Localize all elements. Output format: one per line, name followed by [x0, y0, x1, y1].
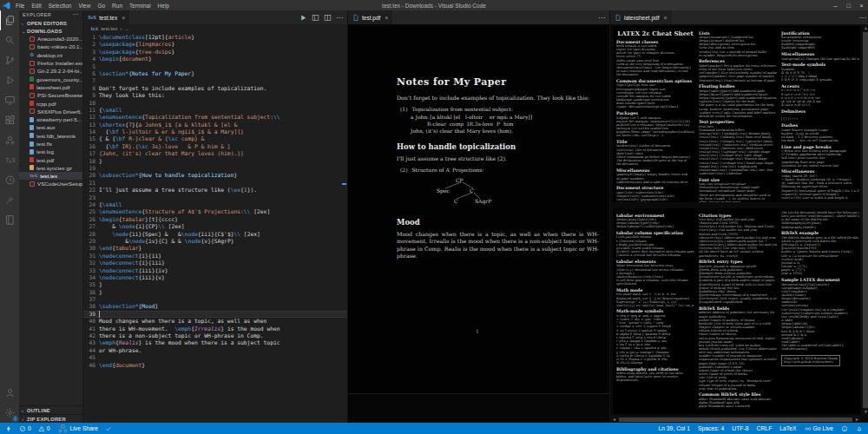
explorer-icon[interactable]: [0, 10, 20, 30]
line-number: 43: [83, 339, 99, 346]
code-line: 45: [83, 354, 347, 361]
outline-section[interactable]: › OUTLINE: [19, 405, 82, 414]
code-line: 20\subsection*{How to handle topicalizat…: [83, 172, 347, 179]
code-line: 29 &\node{iv}{C} & & \node{v}{SAgrP}: [83, 238, 347, 245]
zip-explorer-section[interactable]: › ZIP EXPLORER: [19, 414, 82, 423]
file-item[interactable]: SK6XPlus Driver6...: [19, 108, 82, 115]
file-item[interactable]: latexsheet.pdf: [19, 83, 82, 91]
tab-latexsheet-pdf[interactable]: latexsheet.pdf ×: [610, 10, 673, 24]
search-icon[interactable]: [0, 30, 19, 50]
maximize-icon[interactable]: □: [842, 3, 855, 9]
status-item-live-share[interactable]: Live Share: [57, 423, 99, 434]
file-item[interactable]: rcpp.pdf: [19, 99, 82, 107]
file-name: PSI-SecureBrowse...: [37, 92, 82, 98]
source-control-icon[interactable]: [0, 50, 19, 70]
status-item-0[interactable]: 0: [19, 425, 31, 432]
menu-item-help[interactable]: Help: [155, 3, 173, 9]
close-window-icon[interactable]: ×: [855, 3, 868, 9]
line-number: 10: [83, 100, 99, 107]
menu-item-go[interactable]: Go: [94, 3, 108, 9]
status-item-ln-39-col-1[interactable]: Ln 39, Col 1: [658, 425, 690, 431]
scrollbar-thumb[interactable]: [863, 32, 868, 408]
breadcrumb[interactable]: TeX test.tex › ...: [83, 24, 347, 33]
settings-gear-icon[interactable]: 1: [0, 403, 19, 423]
remote-preview-icon[interactable]: [0, 90, 19, 110]
status-item-crlf[interactable]: CRLF: [757, 425, 773, 431]
minimize-icon[interactable]: –: [829, 3, 842, 9]
file-item[interactable]: VSCodeUserSetup...: [19, 180, 82, 187]
gz-file-icon: [30, 165, 34, 170]
file-item[interactable]: Git-2.29.2.2-64-bi...: [19, 67, 82, 75]
scroll-left-icon[interactable]: ◄: [610, 417, 618, 422]
tab-test-tex[interactable]: TeX test.tex ×: [83, 10, 130, 24]
status-item-go-live[interactable]: Go Live: [805, 425, 833, 432]
menu-item-terminal[interactable]: Terminal: [126, 3, 155, 9]
status-item-latex[interactable]: LaTeX: [779, 425, 796, 431]
file-item[interactable]: test.log: [19, 148, 82, 155]
pdf-viewer[interactable]: Notes for My Paper Don't forget to inclu…: [348, 24, 609, 423]
file-item[interactable]: Firefox Installer.exe: [19, 59, 82, 67]
file-item[interactable]: strawberry-perl-5...: [19, 115, 82, 123]
menu-item-selection[interactable]: Selection: [45, 3, 76, 9]
menu-item-file[interactable]: File: [12, 3, 28, 9]
menu-item-run[interactable]: Run: [108, 3, 126, 9]
file-item[interactable]: TeXtest.tex: [19, 172, 82, 180]
clock-icon[interactable]: [0, 170, 19, 190]
latex-workshop-icon[interactable]: TEX: [0, 150, 19, 170]
overview-ruler-cursor-mark: [342, 183, 346, 185]
account-icon[interactable]: [0, 383, 19, 403]
file-item[interactable]: test.aux: [19, 123, 82, 131]
more-actions-icon[interactable]: ⋯: [598, 14, 605, 22]
window-title: test.tex - Downloads - Visual Studio Cod…: [260, 3, 608, 9]
more-actions-icon[interactable]: ⋯: [859, 14, 866, 22]
file-item[interactable]: PSI-SecureBrowse...: [19, 91, 82, 99]
file-item[interactable]: test.fdb_latexmk: [19, 132, 82, 140]
code-line: 7: [83, 77, 347, 84]
vertical-scrollbar[interactable]: ▲ ▼: [861, 24, 868, 416]
scroll-down-icon[interactable]: ▼: [861, 408, 868, 416]
code-editor[interactable]: 1\documentclass[12pt]{article}2\usepacka…: [83, 33, 347, 423]
file-name: Firefox Installer.exe: [37, 60, 82, 66]
build-run-icon[interactable]: [299, 14, 307, 22]
preview-icon[interactable]: [312, 14, 319, 22]
tab-test-pdf[interactable]: test.pdf ×: [348, 10, 393, 24]
cheatsheet-column: JustificationEnvironment Declarationcent…: [781, 29, 859, 202]
status-item-bell-icon[interactable]: [856, 425, 863, 432]
file-item[interactable]: test.synctex.gz: [19, 164, 82, 172]
downloads-folder-section[interactable]: ⌄ DOWNLOADS: [19, 27, 82, 35]
status-item-spaces-4[interactable]: Spaces: 4: [698, 425, 724, 431]
status-item-0[interactable]: 0: [38, 425, 50, 432]
close-tab-icon[interactable]: ×: [122, 15, 125, 21]
file-item[interactable]: Anaconda3-2020...: [19, 35, 82, 43]
notebook-icon[interactable]: [0, 210, 19, 230]
code-line: 30\end{tabular}: [83, 245, 347, 252]
horizontal-scrollbar[interactable]: ◄ ►: [610, 416, 861, 423]
code-line: 16 {\bf IR}.{\sc 3s}-love & P & him & }: [83, 143, 347, 150]
scroll-up-icon[interactable]: ▲: [861, 24, 868, 32]
menu-item-edit[interactable]: Edit: [28, 3, 44, 9]
status-item-check-icon[interactable]: [105, 425, 112, 432]
live-share-icon[interactable]: [0, 130, 19, 150]
scrollbar-thumb[interactable]: [619, 418, 852, 422]
pdf-viewer[interactable]: LATEX 2ε Cheat SheetDocument classesbook…: [610, 24, 868, 423]
open-editors-section[interactable]: › OPEN EDITORS: [19, 19, 82, 27]
file-item[interactable]: test.fls: [19, 140, 82, 148]
file-item[interactable]: basic-miktex-20.1...: [19, 43, 82, 50]
status-item-utf-8[interactable]: UTF-8: [732, 425, 748, 431]
file-item[interactable]: test.pdf: [19, 155, 82, 163]
split-editor-icon[interactable]: [324, 14, 332, 22]
run-debug-icon[interactable]: [0, 70, 19, 90]
scroll-right-icon[interactable]: ►: [853, 417, 861, 422]
close-tab-icon[interactable]: ×: [385, 15, 388, 21]
extensions-icon[interactable]: [0, 110, 19, 130]
plug-icon[interactable]: [0, 190, 19, 210]
status-item-smiley-icon[interactable]: [841, 425, 848, 432]
menu-item-view[interactable]: View: [75, 3, 94, 9]
close-tab-icon[interactable]: ×: [663, 15, 667, 21]
explorer-more-actions-icon[interactable]: ⋯: [73, 11, 79, 18]
line-number: 25: [83, 208, 99, 215]
file-item[interactable]: governors_county...: [19, 75, 82, 82]
status-item-zap-icon[interactable]: [5, 425, 12, 432]
more-actions-icon[interactable]: ⋯: [336, 14, 343, 22]
file-item[interactable]: ⚙desktop.ini: [19, 51, 82, 59]
